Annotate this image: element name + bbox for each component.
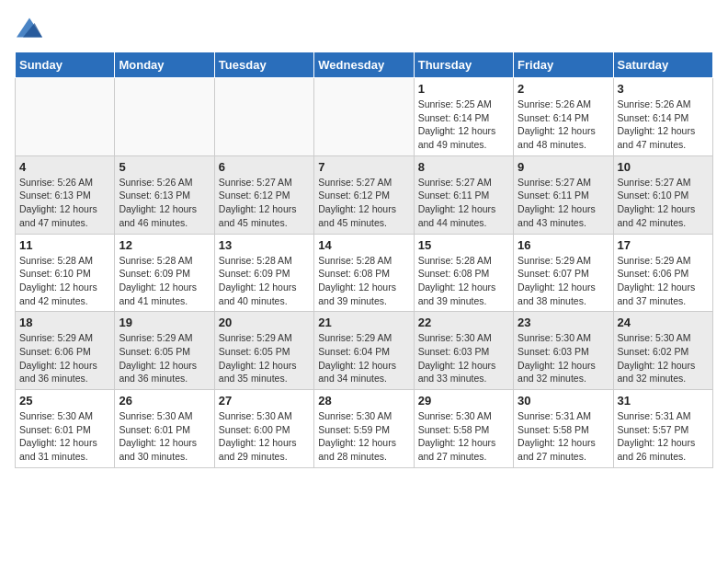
day-info: Sunrise: 5:30 AMSunset: 6:01 PMDaylight:…: [119, 409, 210, 464]
day-number: 14: [318, 238, 409, 252]
calendar-header-saturday: Saturday: [613, 52, 712, 78]
calendar-day: 12Sunrise: 5:28 AMSunset: 6:09 PMDayligh…: [115, 234, 214, 312]
calendar-day: 31Sunrise: 5:31 AMSunset: 5:57 PMDayligh…: [613, 390, 712, 468]
calendar-day: 29Sunrise: 5:30 AMSunset: 5:58 PMDayligh…: [414, 390, 513, 468]
calendar-day: 30Sunrise: 5:31 AMSunset: 5:58 PMDayligh…: [514, 390, 613, 468]
calendar-day: 26Sunrise: 5:30 AMSunset: 6:01 PMDayligh…: [115, 390, 214, 468]
calendar-week-row: 25Sunrise: 5:30 AMSunset: 6:01 PMDayligh…: [16, 390, 713, 468]
day-info: Sunrise: 5:29 AMSunset: 6:05 PMDaylight:…: [219, 331, 310, 385]
day-number: 4: [19, 160, 110, 174]
calendar-day: 21Sunrise: 5:29 AMSunset: 6:04 PMDayligh…: [314, 312, 414, 390]
calendar-day: 27Sunrise: 5:30 AMSunset: 6:00 PMDayligh…: [214, 390, 313, 468]
day-info: Sunrise: 5:25 AMSunset: 6:14 PMDaylight:…: [418, 98, 509, 152]
calendar-header-tuesday: Tuesday: [214, 52, 313, 78]
day-number: 26: [119, 394, 210, 408]
logo: [15, 15, 42, 44]
day-number: 11: [19, 238, 110, 252]
day-info: Sunrise: 5:28 AMSunset: 6:09 PMDaylight:…: [119, 254, 210, 308]
day-info: Sunrise: 5:26 AMSunset: 6:14 PMDaylight:…: [518, 98, 609, 152]
calendar-day: 14Sunrise: 5:28 AMSunset: 6:08 PMDayligh…: [314, 234, 414, 312]
day-info: Sunrise: 5:29 AMSunset: 6:04 PMDaylight:…: [318, 331, 409, 385]
calendar-day: 23Sunrise: 5:30 AMSunset: 6:03 PMDayligh…: [514, 312, 613, 390]
calendar-day: 11Sunrise: 5:28 AMSunset: 6:10 PMDayligh…: [16, 234, 115, 312]
day-number: 1: [418, 82, 509, 96]
calendar-day: 8Sunrise: 5:27 AMSunset: 6:11 PMDaylight…: [414, 155, 513, 234]
calendar-header-thursday: Thursday: [414, 52, 513, 78]
calendar-day: 7Sunrise: 5:27 AMSunset: 6:12 PMDaylight…: [314, 155, 414, 234]
calendar-day: 2Sunrise: 5:26 AMSunset: 6:14 PMDaylight…: [514, 78, 613, 156]
day-info: Sunrise: 5:29 AMSunset: 6:07 PMDaylight:…: [518, 254, 609, 308]
day-number: 28: [318, 394, 409, 408]
day-info: Sunrise: 5:29 AMSunset: 6:06 PMDaylight:…: [618, 254, 709, 308]
calendar-week-row: 1Sunrise: 5:25 AMSunset: 6:14 PMDaylight…: [16, 78, 713, 156]
calendar-day: 28Sunrise: 5:30 AMSunset: 5:59 PMDayligh…: [314, 390, 414, 468]
day-number: 9: [518, 160, 609, 174]
calendar: SundayMondayTuesdayWednesdayThursdayFrid…: [15, 52, 713, 468]
day-info: Sunrise: 5:30 AMSunset: 6:03 PMDaylight:…: [418, 331, 509, 385]
day-info: Sunrise: 5:30 AMSunset: 6:01 PMDaylight:…: [19, 409, 110, 464]
calendar-day: 1Sunrise: 5:25 AMSunset: 6:14 PMDaylight…: [414, 78, 513, 156]
calendar-day: 24Sunrise: 5:30 AMSunset: 6:02 PMDayligh…: [613, 312, 712, 390]
day-info: Sunrise: 5:28 AMSunset: 6:09 PMDaylight:…: [219, 254, 310, 308]
day-number: 23: [518, 316, 609, 329]
calendar-day: 17Sunrise: 5:29 AMSunset: 6:06 PMDayligh…: [613, 234, 712, 312]
day-number: 17: [618, 238, 709, 252]
day-number: 18: [19, 316, 110, 329]
day-number: 12: [119, 238, 210, 252]
calendar-week-row: 18Sunrise: 5:29 AMSunset: 6:06 PMDayligh…: [16, 312, 713, 390]
calendar-day: 16Sunrise: 5:29 AMSunset: 6:07 PMDayligh…: [514, 234, 613, 312]
calendar-day: 10Sunrise: 5:27 AMSunset: 6:10 PMDayligh…: [613, 155, 712, 234]
calendar-week-row: 11Sunrise: 5:28 AMSunset: 6:10 PMDayligh…: [16, 234, 713, 312]
calendar-day: 15Sunrise: 5:28 AMSunset: 6:08 PMDayligh…: [414, 234, 513, 312]
day-number: 3: [618, 82, 709, 96]
day-info: Sunrise: 5:27 AMSunset: 6:10 PMDaylight:…: [618, 176, 709, 230]
calendar-day: 9Sunrise: 5:27 AMSunset: 6:11 PMDaylight…: [514, 155, 613, 234]
logo-icon: [17, 15, 42, 40]
calendar-day: [115, 78, 214, 156]
day-number: 16: [518, 238, 609, 252]
day-number: 15: [418, 238, 509, 252]
calendar-day: [16, 78, 115, 156]
calendar-day: 3Sunrise: 5:26 AMSunset: 6:14 PMDaylight…: [613, 78, 712, 156]
day-number: 29: [418, 394, 509, 408]
calendar-week-row: 4Sunrise: 5:26 AMSunset: 6:13 PMDaylight…: [16, 155, 713, 234]
calendar-day: 4Sunrise: 5:26 AMSunset: 6:13 PMDaylight…: [16, 155, 115, 234]
day-number: 30: [518, 394, 609, 408]
day-number: 25: [19, 394, 110, 408]
calendar-day: 13Sunrise: 5:28 AMSunset: 6:09 PMDayligh…: [214, 234, 313, 312]
day-info: Sunrise: 5:26 AMSunset: 6:14 PMDaylight:…: [618, 98, 709, 152]
calendar-header-monday: Monday: [115, 52, 214, 78]
day-info: Sunrise: 5:27 AMSunset: 6:11 PMDaylight:…: [418, 176, 509, 230]
calendar-day: 19Sunrise: 5:29 AMSunset: 6:05 PMDayligh…: [115, 312, 214, 390]
day-info: Sunrise: 5:30 AMSunset: 6:03 PMDaylight:…: [518, 331, 609, 385]
day-info: Sunrise: 5:27 AMSunset: 6:12 PMDaylight:…: [318, 176, 409, 230]
day-number: 20: [219, 316, 310, 329]
day-info: Sunrise: 5:28 AMSunset: 6:10 PMDaylight:…: [19, 254, 110, 308]
day-info: Sunrise: 5:28 AMSunset: 6:08 PMDaylight:…: [318, 254, 409, 308]
calendar-day: 18Sunrise: 5:29 AMSunset: 6:06 PMDayligh…: [16, 312, 115, 390]
day-number: 13: [219, 238, 310, 252]
day-info: Sunrise: 5:27 AMSunset: 6:12 PMDaylight:…: [219, 176, 310, 230]
day-number: 2: [518, 82, 609, 96]
calendar-day: 22Sunrise: 5:30 AMSunset: 6:03 PMDayligh…: [414, 312, 513, 390]
day-info: Sunrise: 5:28 AMSunset: 6:08 PMDaylight:…: [418, 254, 509, 308]
day-info: Sunrise: 5:30 AMSunset: 6:02 PMDaylight:…: [618, 331, 709, 385]
day-info: Sunrise: 5:26 AMSunset: 6:13 PMDaylight:…: [119, 176, 210, 230]
day-number: 6: [219, 160, 310, 174]
calendar-day: [214, 78, 313, 156]
day-info: Sunrise: 5:29 AMSunset: 6:05 PMDaylight:…: [119, 331, 210, 385]
day-number: 7: [318, 160, 409, 174]
day-info: Sunrise: 5:30 AMSunset: 6:00 PMDaylight:…: [219, 409, 310, 464]
calendar-header-friday: Friday: [514, 52, 613, 78]
calendar-header-sunday: Sunday: [16, 52, 115, 78]
day-info: Sunrise: 5:30 AMSunset: 5:59 PMDaylight:…: [318, 409, 409, 464]
day-number: 21: [318, 316, 409, 329]
day-number: 8: [418, 160, 509, 174]
day-info: Sunrise: 5:26 AMSunset: 6:13 PMDaylight:…: [19, 176, 110, 230]
calendar-day: 5Sunrise: 5:26 AMSunset: 6:13 PMDaylight…: [115, 155, 214, 234]
calendar-header-wednesday: Wednesday: [314, 52, 414, 78]
day-info: Sunrise: 5:31 AMSunset: 5:57 PMDaylight:…: [618, 409, 709, 464]
day-info: Sunrise: 5:29 AMSunset: 6:06 PMDaylight:…: [19, 331, 110, 385]
day-info: Sunrise: 5:27 AMSunset: 6:11 PMDaylight:…: [518, 176, 609, 230]
calendar-day: 6Sunrise: 5:27 AMSunset: 6:12 PMDaylight…: [214, 155, 313, 234]
